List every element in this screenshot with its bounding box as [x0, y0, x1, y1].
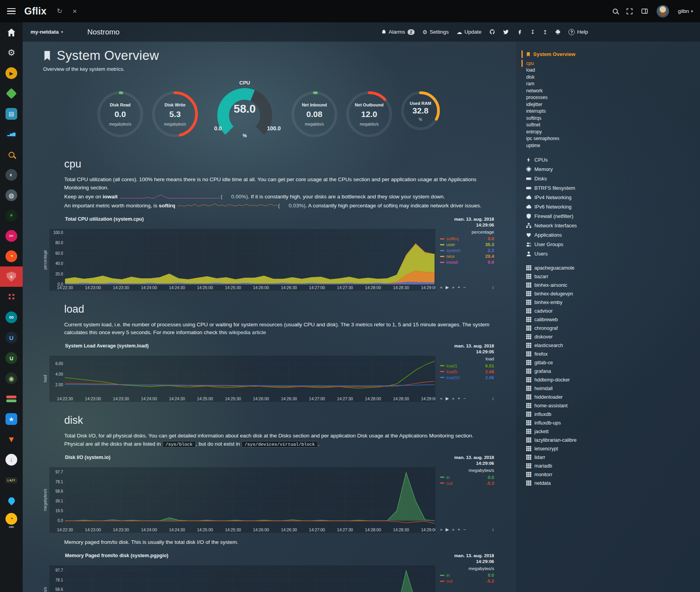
sidebar-app-lightning-app[interactable]: ⚡ — [0, 205, 23, 226]
chart-plot-area[interactable]: 14:22:3014:23:0014:23:3014:24:0014:24:30… — [49, 356, 435, 402]
sidebar-app-lazy-badge[interactable]: LAZY — [0, 470, 23, 490]
facebook-button[interactable] — [517, 29, 523, 35]
toc-item-cpu[interactable]: cpu — [521, 60, 700, 67]
zoom-in-button[interactable]: + — [458, 285, 460, 290]
legend-item-out[interactable]: out-5.3 — [440, 480, 494, 486]
toc-app-lidarr[interactable]: lidarr — [521, 453, 700, 462]
zoom-in-button[interactable]: + — [458, 527, 460, 532]
sidebar-app-search-app[interactable] — [0, 144, 23, 165]
sidebar-app-bookshelf[interactable]: ▤ — [0, 104, 23, 124]
toc-section-btrfs-filesystem[interactable]: BTRFS filesystem — [521, 184, 700, 193]
toc-item-ipc-semaphores[interactable]: ipc semaphores — [521, 135, 700, 142]
toc-section-users[interactable]: Users — [521, 249, 700, 259]
toc-item-idlejitter[interactable]: idlejitter — [521, 101, 700, 108]
sidebar-app-orbit[interactable]: ◍ — [0, 185, 23, 205]
sidebar-app-scissors-app[interactable]: ✂ — [0, 226, 23, 246]
toc-app-bazarr[interactable]: bazarr — [521, 272, 700, 281]
toc-section-ipv6-networking[interactable]: IPv6 Networking — [521, 202, 700, 212]
hamburger-menu-icon[interactable] — [7, 8, 16, 14]
resize-handle[interactable]: ↕ — [492, 527, 494, 532]
pan-forward-button[interactable]: » — [452, 396, 455, 401]
toc-app-cadvisor[interactable]: cadvisor — [521, 307, 700, 315]
toc-app-hiddenloader[interactable]: hiddenloader — [521, 393, 700, 401]
zoom-out-button[interactable]: − — [463, 396, 465, 401]
toc-app-calibreweb[interactable]: calibreweb — [521, 315, 700, 324]
chart-plot-area[interactable]: 14:22:3014:23:0014:23:3014:24:0014:24:30… — [49, 229, 435, 291]
print-button[interactable] — [555, 29, 561, 35]
toc-item-softnet[interactable]: softnet — [521, 122, 700, 129]
sidebar-app-dot-green[interactable]: ◉ — [0, 368, 23, 389]
settings-button[interactable]: ⚙Settings — [422, 29, 449, 35]
sidebar-app-quarter-circle[interactable]: ◔ — [0, 246, 23, 266]
sidebar-app-berries[interactable]: ∷ — [0, 287, 23, 307]
toc-system-overview[interactable]: System Overview — [521, 50, 700, 58]
toc-app-gitlab-ce[interactable]: gitlab-ce — [521, 358, 700, 367]
sidebar-app-equalizer[interactable]: ▂▅▇ — [0, 124, 23, 144]
toc-app-mariadb[interactable]: mariadb — [521, 462, 700, 470]
toc-app-jackett[interactable]: jackett — [521, 427, 700, 436]
toc-app-grafana[interactable]: grafana — [521, 367, 700, 376]
toc-section-ipv4-networking[interactable]: IPv4 Networking — [521, 193, 700, 202]
sidebar-app-u-letter-green[interactable]: ∪ — [0, 348, 23, 368]
play-button[interactable]: ▶ — [446, 285, 449, 290]
toc-app-diskover[interactable]: diskover — [521, 333, 700, 341]
toc-app-elasticsearch[interactable]: elasticsearch — [521, 341, 700, 350]
wikipedia-link[interactable]: wikipedia article — [229, 329, 266, 335]
toc-app-hddtemp-docker[interactable]: hddtemp-docker — [521, 376, 700, 384]
sidebar-app-home[interactable] — [0, 22, 23, 43]
sidebar-app-status-pill[interactable] — [0, 389, 23, 409]
sidebar-app-star-app[interactable]: ★ — [0, 409, 23, 429]
toc-item-network[interactable]: network — [521, 87, 700, 94]
zoom-out-button[interactable]: − — [463, 527, 465, 532]
sidebar-app-shield-app[interactable]: + — [0, 266, 23, 287]
toc-item-disk[interactable]: disk — [521, 74, 700, 81]
gauge-disk-write[interactable]: Disk Write5.3megabytes/s — [151, 90, 199, 139]
toc-app-chronograf[interactable]: chronograf — [521, 324, 700, 333]
pan-forward-button[interactable]: » — [452, 285, 455, 290]
resize-handle[interactable]: ↕ — [492, 285, 494, 290]
toc-app-letsencrypt[interactable]: letsencrypt — [521, 444, 700, 453]
legend-item-user[interactable]: user35.3 — [440, 242, 494, 248]
legend-item-softirq[interactable]: softirq0.0 — [440, 236, 494, 242]
pan-backward-button[interactable]: « — [440, 396, 442, 401]
toc-item-ram[interactable]: ram — [521, 81, 700, 88]
chart-plot-area[interactable]: 14:22:3014:23:0014:23:3014:24:0014:24:30… — [49, 565, 435, 592]
toc-item-processes[interactable]: processes — [521, 94, 700, 101]
toc-app-binhex-emby[interactable]: binhex-emby — [521, 298, 700, 307]
play-button[interactable]: ▶ — [446, 396, 449, 401]
update-button[interactable]: ☁Update — [456, 29, 482, 35]
toc-section-user-groups[interactable]: User Groups — [521, 240, 700, 249]
gauge-disk-read[interactable]: Disk Read0.0megabytes/s — [96, 90, 144, 139]
sidebar-app-sab[interactable]: ◔sab — [0, 511, 23, 531]
legend-item-iowait[interactable]: iowait0.0 — [440, 259, 494, 265]
softirq-sparkline[interactable] — [177, 203, 277, 208]
user-avatar[interactable] — [657, 5, 669, 18]
toc-app-home-assistant[interactable]: home-assistant — [521, 401, 700, 410]
toc-item-load[interactable]: load — [521, 67, 700, 74]
toc-section-applications[interactable]: Applications — [521, 230, 700, 240]
legend-item-load15[interactable]: load152.06 — [440, 374, 494, 380]
sidebar-app-play-circle[interactable]: ▶ — [0, 63, 23, 83]
twitter-button[interactable] — [503, 29, 509, 35]
sidebar-app-aperture[interactable]: ◐ — [0, 165, 23, 185]
toc-app-influxdb[interactable]: influxdb — [521, 410, 700, 419]
gauge-net-outbound[interactable]: Net Outbound12.0megabits/s — [345, 90, 393, 139]
legend-item-out[interactable]: out-5.2 — [440, 578, 494, 584]
toc-section-network-interfaces[interactable]: Network Interfaces — [521, 221, 700, 230]
toc-section-firewall-netfilter-[interactable]: Firewall (netfilter) — [521, 212, 700, 221]
legend-item-load1[interactable]: load16.51 — [440, 363, 494, 369]
server-dropdown[interactable]: my-netdata▾ — [31, 29, 63, 35]
toc-app-heimdall[interactable]: heimdall — [521, 384, 700, 393]
user-menu[interactable]: gilbn▾ — [678, 8, 693, 14]
play-button[interactable]: ▶ — [446, 527, 449, 532]
search-icon[interactable] — [613, 9, 618, 14]
zoom-in-button[interactable]: + — [458, 396, 460, 401]
export-button[interactable]: ↥ — [543, 29, 548, 35]
refresh-icon[interactable]: ↻ — [57, 7, 62, 15]
toc-app-apacheguacamole[interactable]: apacheguacamole — [521, 264, 700, 272]
sidebar-layout-icon[interactable] — [641, 8, 648, 14]
gauge-used-ram[interactable]: Used RAM32.8% — [400, 90, 441, 131]
toc-app-firefox[interactable]: firefox — [521, 350, 700, 358]
import-button[interactable]: ↧ — [530, 29, 535, 35]
gauge-net-inbound[interactable]: Net Inbound0.08megabits/s — [290, 90, 339, 139]
